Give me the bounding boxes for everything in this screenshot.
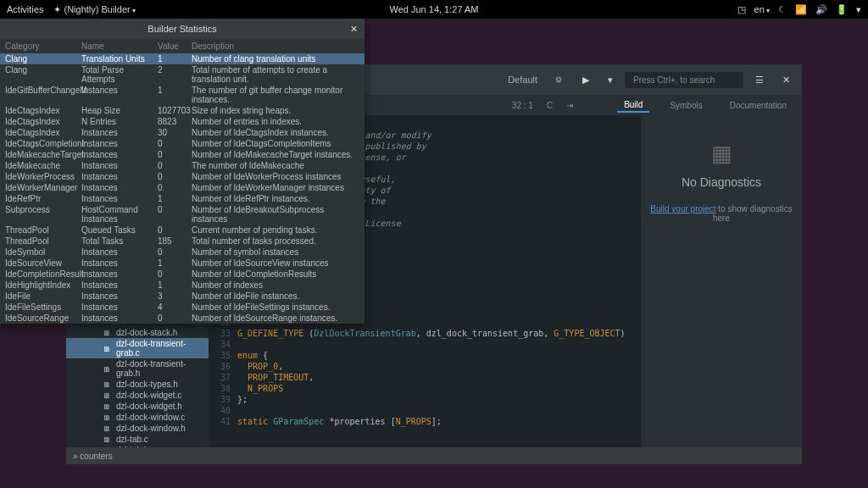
- tree-item[interactable]: dzl-dock-transient-grab.h: [66, 358, 209, 379]
- statistics-popup: Builder Statistics ✕ Category Name Value…: [0, 19, 364, 324]
- build-button[interactable]: ⛭: [548, 71, 570, 88]
- close-button[interactable]: ✕: [776, 71, 797, 89]
- night-icon[interactable]: ☾: [778, 4, 787, 15]
- code-line[interactable]: 41static GParamSpec *properties [N_PROPS…: [209, 416, 641, 427]
- stats-header: Category Name Value Description: [0, 39, 364, 53]
- config-selector[interactable]: Default: [503, 75, 542, 85]
- file-icon: [103, 413, 111, 422]
- code-line[interactable]: 34: [209, 339, 641, 350]
- tree-item[interactable]: dzl-dock-window.h: [66, 423, 209, 434]
- tree-item[interactable]: dzl-dock-widget.c: [66, 390, 209, 401]
- stats-row[interactable]: IdeFileInstances3Number of IdeFile insta…: [0, 291, 364, 302]
- file-icon: [103, 424, 111, 433]
- build-project-link[interactable]: Build your project: [650, 204, 715, 214]
- run-button[interactable]: ▶: [576, 71, 596, 89]
- file-icon: [103, 380, 111, 389]
- stats-row[interactable]: IdeGitBufferChangeMInstances1The number …: [0, 85, 364, 105]
- popup-title: Builder Statistics: [147, 24, 216, 34]
- stats-row[interactable]: ClangTotal Parse Attempts2Total number o…: [0, 64, 364, 85]
- stats-row[interactable]: IdeSourceViewInstances1Number of IdeSour…: [0, 258, 364, 269]
- code-line[interactable]: 33G_DEFINE_TYPE (DzlDockTransientGrab, d…: [209, 328, 641, 339]
- battery-icon[interactable]: 🔋: [836, 4, 848, 15]
- tree-item[interactable]: dzl-dock-stack.h: [66, 327, 209, 338]
- run-menu[interactable]: ▾: [601, 71, 620, 89]
- stats-row[interactable]: SubprocessHostCommand Instances0Number o…: [0, 204, 364, 225]
- activities-button[interactable]: Activities: [7, 4, 43, 15]
- tree-item[interactable]: dzl-dock-types.h: [66, 379, 209, 390]
- file-icon: [103, 328, 111, 337]
- file-icon: [103, 446, 111, 447]
- file-icon: [103, 344, 111, 353]
- tree-item[interactable]: dzl-tab.c: [66, 434, 209, 445]
- tree-item[interactable]: dzl-dock-widget.h: [66, 401, 209, 412]
- code-line[interactable]: 38 N_PROPS: [209, 383, 641, 394]
- tab-symbols[interactable]: Symbols: [663, 99, 709, 112]
- app-menu[interactable]: ✦ (Nightly) Builder: [53, 4, 136, 15]
- top-bar: Activities ✦ (Nightly) Builder Wed Jun 1…: [0, 0, 868, 19]
- lang-indicator[interactable]: en: [754, 4, 770, 14]
- tab-documentation[interactable]: Documentation: [723, 99, 793, 112]
- stats-row[interactable]: IdeRefPtrInstances1Number of IdeRefPtr i…: [0, 193, 364, 204]
- stats-row[interactable]: ThreadPoolQueued Tasks0Current number of…: [0, 225, 364, 236]
- tree-item[interactable]: dzl-dock-transient-grab.c: [66, 338, 209, 358]
- code-line[interactable]: 36 PROP_0,: [209, 361, 641, 372]
- file-icon: [103, 391, 111, 400]
- code-line[interactable]: 37 PROP_TIMEOUT,: [209, 372, 641, 383]
- command-bar[interactable]: » counters: [66, 447, 802, 464]
- search-input[interactable]: Press Ctrl+. to search: [625, 72, 743, 88]
- stats-row[interactable]: IdeMakecacheTargetInstances0Number of Id…: [0, 149, 364, 160]
- stats-row[interactable]: IdeCompletionResultInstances0Number of I…: [0, 269, 364, 280]
- diagnostics-icon: ▦: [641, 141, 802, 167]
- stats-row[interactable]: IdeWorkerProcessInstances0Number of IdeW…: [0, 171, 364, 182]
- code-line[interactable]: 39};: [209, 394, 641, 405]
- file-icon: [103, 435, 111, 444]
- stats-row[interactable]: IdeCtagsIndexHeap Size1027703Size of ind…: [0, 105, 364, 116]
- stats-row[interactable]: IdeCtagsIndexN Entries8823Number of entr…: [0, 116, 364, 127]
- power-menu[interactable]: ▾: [856, 4, 861, 15]
- stats-row[interactable]: IdeCtagsIndexInstances30Number of IdeCta…: [0, 127, 364, 138]
- volume-icon[interactable]: 🔊: [815, 4, 827, 15]
- code-line[interactable]: 40: [209, 405, 641, 416]
- diagnostics-panel: ▦ No Diagnostics Build your project to s…: [641, 115, 802, 447]
- menu-button[interactable]: ☰: [748, 71, 771, 89]
- cursor-position[interactable]: 32 : 1: [512, 101, 533, 110]
- stats-row[interactable]: IdeMakecacheInstances0The number of IdeM…: [0, 160, 364, 171]
- file-icon: [103, 402, 111, 411]
- tree-item[interactable]: dzl-tab.h: [66, 445, 209, 447]
- tab-build[interactable]: Build: [617, 98, 649, 113]
- popup-header: Builder Statistics ✕: [0, 19, 364, 39]
- tree-item[interactable]: dzl-dock-window.c: [66, 412, 209, 423]
- stats-row[interactable]: IdeCtagsCompletionIInstances0Number of I…: [0, 138, 364, 149]
- network-icon[interactable]: 📶: [795, 4, 807, 15]
- stats-row[interactable]: IdeWorkerManagerInstances0Number of IdeW…: [0, 182, 364, 193]
- stats-row[interactable]: ThreadPoolTotal Tasks185Total number of …: [0, 236, 364, 247]
- stats-row[interactable]: IdeSymbolInstances0Number of symbol inst…: [0, 247, 364, 258]
- clock[interactable]: Wed Jun 14, 1:27 AM: [390, 4, 479, 14]
- diagnostics-text: Build your project to show diagnostics h…: [641, 204, 802, 223]
- stats-row[interactable]: ClangTranslation Units1Number of clang t…: [0, 53, 364, 64]
- stats-row[interactable]: IdeFileSettingsInstances4Number of IdeFi…: [0, 302, 364, 313]
- code-line[interactable]: 35enum {: [209, 350, 641, 361]
- language-mode[interactable]: C: [547, 101, 553, 110]
- diagnostics-title: No Diagnostics: [641, 175, 802, 189]
- stats-row[interactable]: IdeSourceRangeInstances0Number of IdeSou…: [0, 313, 364, 324]
- tray-notification-icon[interactable]: ◳: [737, 4, 746, 15]
- sidebar-toggle-icon[interactable]: ⇥: [566, 101, 573, 110]
- stats-row[interactable]: IdeHighlightIndexInstances1Number of ind…: [0, 280, 364, 291]
- close-icon[interactable]: ✕: [350, 24, 358, 35]
- file-icon: [103, 364, 111, 374]
